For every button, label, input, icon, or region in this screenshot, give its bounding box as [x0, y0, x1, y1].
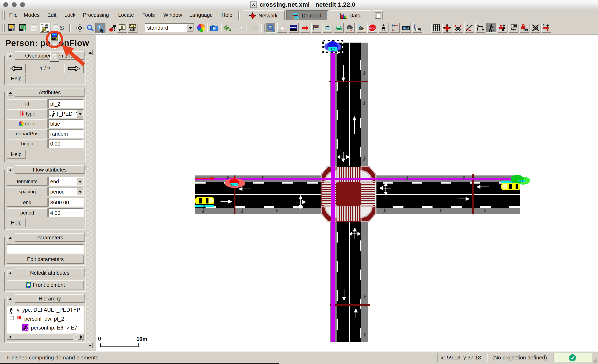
- svg-text:#: #: [543, 24, 545, 27]
- svg-text:pf_2.0: pf_2.0: [231, 183, 237, 186]
- svg-text:pf_2: pf_2: [330, 48, 335, 51]
- svg-text:pf_1: pf_1: [519, 180, 523, 182]
- svg-text:0: 0: [98, 336, 101, 342]
- svg-text:v_0.2: v_0.2: [201, 205, 205, 207]
- svg-text:?: ?: [113, 24, 116, 30]
- svg-text:MENU: MENU: [129, 24, 136, 28]
- svg-text:TYPE: TYPE: [347, 30, 353, 32]
- svg-text:10m: 10m: [136, 336, 147, 342]
- svg-text:STOP: STOP: [369, 27, 376, 30]
